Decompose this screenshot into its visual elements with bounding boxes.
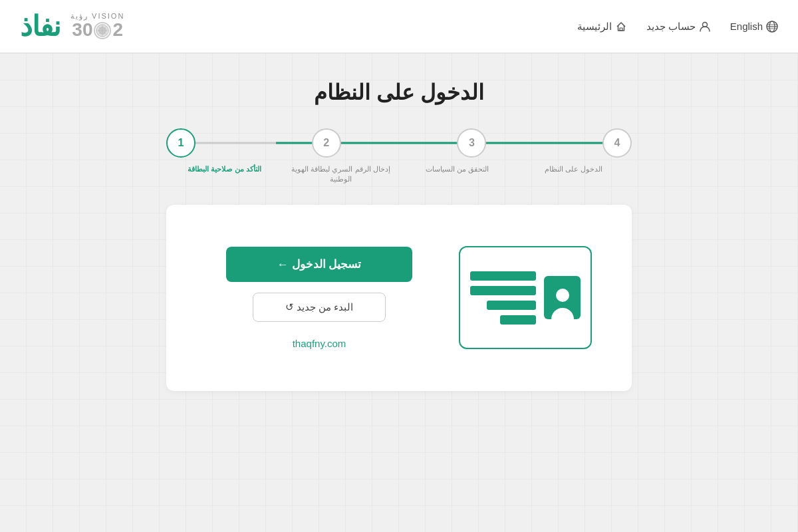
id-line-1 xyxy=(470,271,536,281)
vision-block: VISION رؤية 2 30 xyxy=(70,12,124,41)
step-2-label: إدخال الرقم السري لبطاقة الهوية الوطنية xyxy=(283,164,399,185)
buttons-area: تسجيل الدخول ← البدء من جديد ↺ thaqfny.c… xyxy=(206,247,432,349)
vision-emblem xyxy=(94,22,111,39)
home-label: الرئيسية xyxy=(577,21,612,33)
svg-point-13 xyxy=(556,289,569,302)
id-line-3 xyxy=(487,301,536,310)
page-title: الدخول على النظام xyxy=(314,80,484,105)
id-line-4 xyxy=(500,315,536,325)
globe-icon xyxy=(766,21,778,33)
main-content: الدخول على النظام 4 3 2 1 الد xyxy=(0,53,798,532)
home-nav[interactable]: الرئيسية xyxy=(577,21,626,33)
stepper: 4 3 2 1 الدخول على النظام التحقق من السي… xyxy=(166,128,632,185)
header: English حساب جديد الرئيسية VISION رؤية 2 xyxy=(0,0,798,53)
id-lines xyxy=(470,271,536,325)
login-button[interactable]: تسجيل الدخول ← xyxy=(226,247,412,282)
header-logo-area: VISION رؤية 2 30 نفاذ xyxy=(20,10,124,43)
login-card: تسجيل الدخول ← البدء من جديد ↺ thaqfny.c… xyxy=(166,205,632,391)
avatar-svg xyxy=(549,285,577,319)
new-account-label: حساب جديد xyxy=(646,21,696,33)
website-link[interactable]: thaqfny.com xyxy=(293,338,346,349)
step-2-circle: 2 xyxy=(312,128,341,158)
step-1-circle: 1 xyxy=(166,128,196,158)
nafath-logo: نفاذ xyxy=(20,10,61,43)
header-nav: English حساب جديد الرئيسية xyxy=(577,21,778,33)
id-line-2 xyxy=(470,286,536,295)
home-icon xyxy=(616,21,626,32)
id-card-illustration xyxy=(459,246,592,349)
id-avatar xyxy=(544,276,581,319)
stepper-track: 4 3 2 1 xyxy=(166,128,632,158)
step-4-circle: 4 xyxy=(602,128,632,158)
user-icon xyxy=(700,21,710,32)
restart-button[interactable]: البدء من جديد ↺ xyxy=(253,293,386,322)
step-3-label: التحقق من السياسات xyxy=(399,164,515,185)
language-switcher[interactable]: English xyxy=(730,21,778,33)
stepper-labels: الدخول على النظام التحقق من السياسات إدخ… xyxy=(166,164,632,185)
language-label: English xyxy=(730,21,763,32)
step-3-circle: 3 xyxy=(457,128,486,158)
step-4-label: الدخول على النظام xyxy=(515,164,632,185)
new-account-nav[interactable]: حساب جديد xyxy=(646,21,710,33)
svg-rect-6 xyxy=(620,28,622,31)
vision-year: 2 30 xyxy=(72,20,123,41)
step-1-label: التأكد من صلاحية البطاقة xyxy=(166,164,283,185)
